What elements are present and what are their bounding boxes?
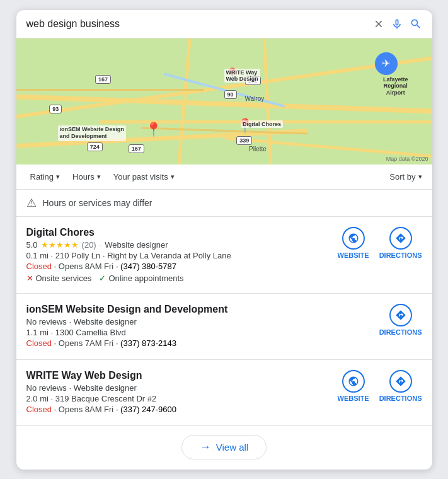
sort-by-chevron-icon: ▾ (418, 173, 422, 181)
view-all-label: View all (216, 442, 248, 453)
phone-2: (337) 873-2143 (120, 338, 176, 348)
onsite-label: Onsite services (36, 274, 92, 283)
airport-icon: ✈ (375, 52, 398, 75)
rating-filter[interactable]: Rating ▾ (26, 171, 64, 183)
hours-chevron-icon: ▾ (97, 173, 101, 181)
address-sep-2: · (51, 328, 55, 337)
rating-sep-2: · (69, 317, 73, 326)
x-icon-1: ✕ (26, 274, 33, 283)
warning-icon: ⚠ (26, 196, 37, 210)
hours-filter[interactable]: Hours ▾ (69, 171, 105, 183)
actions-1: WEBSITE DIRECTIONS (338, 227, 422, 259)
search-input[interactable] (26, 18, 367, 30)
rating-value-1: 5.0 (26, 240, 38, 250)
clear-button[interactable] (373, 18, 384, 30)
digital-chores-label: Digital Chores (241, 120, 283, 128)
directions-button-1[interactable]: DIRECTIONS (379, 227, 422, 259)
category-2: Website designer (74, 317, 137, 326)
online-label: Online appointments (108, 274, 183, 283)
rating-label: Rating (30, 172, 54, 182)
address-3: 2.0 mi · 319 Bacque Crescent Dr #2 (26, 394, 331, 403)
stars-1: ★★★★★ (41, 240, 79, 250)
address-text-1: 210 Polly Ln · Right by La Veranda at Po… (55, 251, 231, 260)
website-button-1[interactable]: WEBSITE (338, 227, 369, 259)
search-icon (410, 18, 422, 30)
search-icons (373, 18, 422, 30)
directions-button-3[interactable]: DIRECTIONS (379, 370, 422, 402)
address-1: 0.1 mi · 210 Polly Ln · Right by La Vera… (26, 251, 331, 260)
business-info-1: Digital Chores 5.0 ★★★★★ (20) · Website … (26, 227, 331, 283)
ionsem-pin[interactable]: 📍 (145, 122, 162, 138)
status-3: Closed (26, 405, 52, 414)
phone-1: (347) 380-5787 (120, 262, 176, 271)
map-background: 167 93 724 167 90 182 339 ✈ LafayetteReg… (16, 38, 432, 164)
hours-sep-1: · (54, 262, 59, 271)
distance-1: 0.1 mi (26, 251, 49, 260)
table-row: ionSEM Website Design and Development No… (16, 294, 432, 360)
warning-text: Hours or services may differ (43, 198, 152, 208)
map-container[interactable]: 167 93 724 167 90 182 339 ✈ LafayetteReg… (16, 38, 432, 164)
no-reviews-label-2: No reviews (26, 317, 67, 326)
address-text-3: 319 Bacque Crescent Dr #2 (55, 394, 156, 403)
view-all-row: → View all (16, 426, 432, 470)
globe-icon (348, 233, 359, 244)
actions-2: DIRECTIONS (379, 304, 422, 336)
website-icon-1 (342, 227, 365, 250)
phone-3: (337) 247-9600 (120, 405, 176, 414)
services-1: ✕ Onsite services ✓ Online appointments (26, 274, 331, 283)
directions-icon-2 (389, 304, 412, 326)
divider-1: · (100, 240, 102, 250)
ionsem-label: ionSEM Website Designand Development (58, 125, 126, 141)
directions-label-2: DIRECTIONS (379, 328, 422, 336)
website-button-3[interactable]: WEBSITE (338, 370, 369, 402)
hours-sep-2: · (54, 338, 59, 348)
business-name-2[interactable]: ionSEM Website Design and Development (26, 304, 373, 315)
directions-button-2[interactable]: DIRECTIONS (379, 304, 422, 336)
map-attribution: Map data ©2020 (386, 156, 428, 162)
warning-bar: ⚠ Hours or services may differ (16, 190, 432, 217)
distance-3: 2.0 mi (26, 394, 49, 403)
airport-label: LafayetteRegionalAirport (383, 76, 408, 96)
status-1: Closed (26, 262, 52, 271)
search-bar (16, 10, 432, 38)
past-visits-label: Your past visits (113, 172, 168, 182)
opens-1: Opens 8AM Fri (59, 262, 113, 271)
business-name-3[interactable]: WRITE Way Web Design (26, 370, 331, 381)
microphone-icon (391, 18, 403, 30)
view-all-arrow-icon: → (200, 441, 211, 454)
past-visits-filter[interactable]: Your past visits ▾ (110, 171, 178, 183)
rating-chevron-icon: ▾ (56, 173, 60, 181)
pilette-label: Pilette (249, 146, 267, 153)
filters-bar: Rating ▾ Hours ▾ Your past visits ▾ Sort… (16, 164, 432, 190)
directions-icon (395, 309, 406, 321)
close-icon (373, 18, 384, 30)
directions-label-1: DIRECTIONS (379, 251, 422, 259)
business-name-1[interactable]: Digital Chores (26, 227, 331, 238)
rating-sep-3: · (69, 383, 73, 393)
onsite-service: ✕ Onsite services (26, 274, 92, 283)
hours-3: Closed · Opens 8AM Fri · (337) 247-9600 (26, 405, 331, 414)
hours-sep-3: · (54, 405, 59, 414)
directions-icon-3 (389, 370, 412, 393)
website-label-1: WEBSITE (338, 251, 369, 259)
category-3: Website designer (74, 383, 137, 393)
past-visits-chevron-icon: ▾ (171, 173, 175, 181)
address-2: 1.1 mi · 1300 Camellia Blvd (26, 328, 373, 337)
view-all-button[interactable]: → View all (181, 435, 267, 459)
search-button[interactable] (410, 18, 422, 30)
sort-by-label: Sort by (389, 172, 415, 182)
business-rating-1: 5.0 ★★★★★ (20) · Website designer (26, 240, 331, 250)
main-card: 167 93 724 167 90 182 339 ✈ LafayetteReg… (16, 10, 432, 470)
table-row: Digital Chores 5.0 ★★★★★ (20) · Website … (16, 217, 432, 294)
business-rating-3: No reviews · Website designer (26, 383, 331, 393)
sort-by-button[interactable]: Sort by ▾ (389, 172, 422, 182)
opens-3: Opens 8AM Fri (59, 405, 113, 414)
online-appointments: ✓ Online appointments (99, 274, 183, 283)
globe-icon (348, 376, 359, 387)
directions-icon-1 (389, 227, 412, 250)
status-2: Closed (26, 338, 52, 348)
business-rating-2: No reviews · Website designer (26, 317, 373, 326)
address-sep-3: · (51, 394, 55, 403)
website-icon-3 (342, 370, 365, 393)
voice-search-button[interactable] (391, 18, 403, 30)
